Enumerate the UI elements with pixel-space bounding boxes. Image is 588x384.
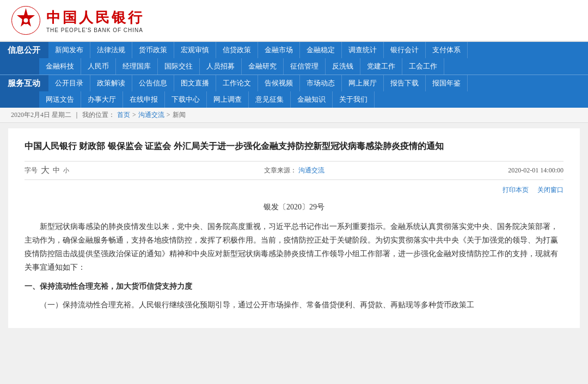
nav-item-international[interactable]: 国际交往 — [158, 58, 200, 75]
nav-item-hall[interactable]: 办事大厅 — [81, 91, 123, 108]
nav-item-aml[interactable]: 反洗钱 — [326, 58, 360, 75]
nav-item-market[interactable]: 市场动态 — [300, 75, 342, 91]
nav-item-financial-stability[interactable]: 金融稳定 — [300, 42, 342, 58]
nav-item-about[interactable]: 关于我们 — [333, 91, 375, 108]
article-source: 文章来源： 沟通交流 — [160, 166, 429, 175]
breadcrumb-current: 新闻 — [173, 110, 186, 120]
nav-item-recruitment[interactable]: 人员招募 — [200, 58, 242, 75]
nav-item-law[interactable]: 法律法规 — [90, 42, 132, 58]
nav-items-row3: 公开目录 政策解读 公告信息 图文直播 工作论文 告候视频 市场动态 网上展厅 … — [48, 75, 588, 91]
nav-item-payment[interactable]: 支付体系 — [426, 42, 468, 58]
nav-item-papers[interactable]: 工作论文 — [216, 75, 258, 91]
font-label: 字号 — [24, 166, 38, 175]
breadcrumb-date: 2020年2月4日 星期二 — [11, 110, 71, 120]
article-date: 2020-02-01 14:00:00 — [429, 166, 564, 175]
nav-item-macro[interactable]: 宏观审慎 — [174, 42, 216, 58]
breadcrumb-home[interactable]: 首页 — [117, 110, 130, 120]
font-small-button[interactable]: 小 — [63, 166, 69, 175]
navigation: 信息公开 新闻发布 法律法规 货币政策 宏观审慎 信贷政策 金融市场 金融稳定 … — [0, 42, 588, 108]
nav-label-info: 信息公开 — [0, 42, 48, 58]
nav-row-4: 网送文告 办事大厅 在线申报 下载中心 网上调查 意见征集 金融知识 关于我们 — [0, 91, 588, 108]
nav-item-financial-market[interactable]: 金融市场 — [258, 42, 300, 58]
nav-item-exhibition[interactable]: 网上展厅 — [342, 75, 384, 91]
article-para-1: 新型冠状病毒感染的肺炎疫情发生以来，党中央、国务院高度重视，习近平总书记作出一系… — [24, 220, 564, 275]
svg-point-3 — [24, 18, 28, 23]
article-actions: 打印本页 关闭窗口 — [24, 185, 564, 195]
print-button[interactable]: 打印本页 — [503, 185, 529, 195]
breadcrumb-sep1: ｜ — [74, 110, 80, 120]
nav-row-1: 信息公开 新闻发布 法律法规 货币政策 宏观审慎 信贷政策 金融市场 金融稳定 … — [0, 42, 588, 58]
article-para-2: （一）保持流动性合理充裕。人民银行继续强化预期引导，通过公开市场操作、常备借贷便… — [24, 298, 564, 312]
nav-item-catalog[interactable]: 公开目录 — [48, 75, 90, 91]
breadcrumb: 2020年2月4日 星期二 ｜ 我的位置： 首页 > 沟通交流 > 新闻 — [0, 108, 588, 123]
breadcrumb-parent[interactable]: 沟通交流 — [138, 110, 164, 120]
nav-item-download[interactable]: 下载中心 — [165, 91, 207, 108]
main-content: 中国人民银行 财政部 银保监会 证监会 外汇局关于进一步强化金融支持防控新型冠状… — [8, 128, 580, 328]
nav-label-service: 服务互动 — [0, 75, 48, 91]
nav-item-announcement[interactable]: 公告信息 — [132, 75, 174, 91]
logo[interactable]: 中国人民银行 THE PEOPLE'S BANK OF CHINA — [11, 5, 144, 35]
nav-item-policy[interactable]: 政策解读 — [90, 75, 132, 91]
nav-item-knowledge[interactable]: 金融知识 — [291, 91, 333, 108]
source-label: 文章来源： — [264, 166, 297, 174]
nav-item-credit-mgmt[interactable]: 征信管理 — [284, 58, 326, 75]
site-header: 中国人民银行 THE PEOPLE'S BANK OF CHINA — [0, 0, 588, 42]
logo-chinese: 中国人民银行 — [46, 8, 144, 27]
nav-item-credit[interactable]: 信贷政策 — [216, 42, 258, 58]
nav-item-news[interactable]: 新闻发布 — [48, 42, 90, 58]
logo-english: THE PEOPLE'S BANK OF CHINA — [46, 27, 144, 33]
nav-item-monetary[interactable]: 货币政策 — [132, 42, 174, 58]
nav-item-online-report[interactable]: 在线申报 — [123, 91, 165, 108]
nav-item-party[interactable]: 党建工作 — [360, 58, 402, 75]
nav-item-live[interactable]: 图文直播 — [174, 75, 216, 91]
nav-items-row2: 金融科技 人民币 经理国库 国际交往 人员招募 金融研究 征信管理 反洗钱 党建… — [39, 58, 588, 75]
font-medium-button[interactable]: 中 — [53, 165, 60, 175]
nav-item-banking[interactable]: 银行会计 — [384, 42, 426, 58]
logo-emblem-icon — [11, 5, 41, 35]
nav-item-survey2[interactable]: 网上调查 — [207, 91, 249, 108]
breadcrumb-arrow1: > — [132, 111, 136, 119]
article-body: 新型冠状病毒感染的肺炎疫情发生以来，党中央、国务院高度重视，习近平总书记作出一系… — [24, 220, 564, 312]
nav-items-row4: 网送文告 办事大厅 在线申报 下载中心 网上调查 意见征集 金融知识 关于我们 — [39, 91, 588, 108]
source-value: 沟通交流 — [298, 166, 324, 174]
breadcrumb-arrow2: > — [167, 111, 170, 119]
nav-row-3: 服务互动 公开目录 政策解读 公告信息 图文直播 工作论文 告候视频 市场动态 … — [0, 75, 588, 91]
nav-item-feedback[interactable]: 意见征集 — [249, 91, 291, 108]
nav-items-row1: 新闻发布 法律法规 货币政策 宏观审慎 信贷政策 金融市场 金融稳定 调查统计 … — [48, 42, 588, 58]
font-size-controls: 字号 大 中 小 — [24, 165, 160, 176]
nav-item-reports[interactable]: 报告下载 — [384, 75, 426, 91]
doc-number: 银发〔2020〕29号 — [24, 202, 564, 212]
close-button[interactable]: 关闭窗口 — [537, 185, 564, 195]
nav-item-union[interactable]: 工会工作 — [402, 58, 444, 75]
nav-item-treasury[interactable]: 经理国库 — [116, 58, 158, 75]
logo-text: 中国人民银行 THE PEOPLE'S BANK OF CHINA — [46, 8, 144, 33]
nav-item-video[interactable]: 告候视频 — [258, 75, 300, 91]
nav-item-yearbook[interactable]: 报国年鉴 — [426, 75, 468, 91]
article-title: 中国人民银行 财政部 银保监会 证监会 外汇局关于进一步强化金融支持防控新型冠状… — [24, 139, 564, 153]
nav-item-survey[interactable]: 调查统计 — [342, 42, 384, 58]
nav-item-notice[interactable]: 网送文告 — [39, 91, 81, 108]
nav-row-2: 金融科技 人民币 经理国库 国际交往 人员招募 金融研究 征信管理 反洗钱 党建… — [0, 58, 588, 75]
article-meta: 字号 大 中 小 文章来源： 沟通交流 2020-02-01 14:00:00 — [24, 161, 564, 180]
nav-item-rmb[interactable]: 人民币 — [81, 58, 116, 75]
breadcrumb-location-label: 我的位置： — [82, 110, 115, 120]
font-large-button[interactable]: 大 — [41, 165, 50, 176]
section-1-heading: 一、保持流动性合理充裕，加大货币信贷支持力度 — [24, 280, 564, 293]
nav-item-research[interactable]: 金融研究 — [242, 58, 284, 75]
nav-item-fintech[interactable]: 金融科技 — [39, 58, 81, 75]
